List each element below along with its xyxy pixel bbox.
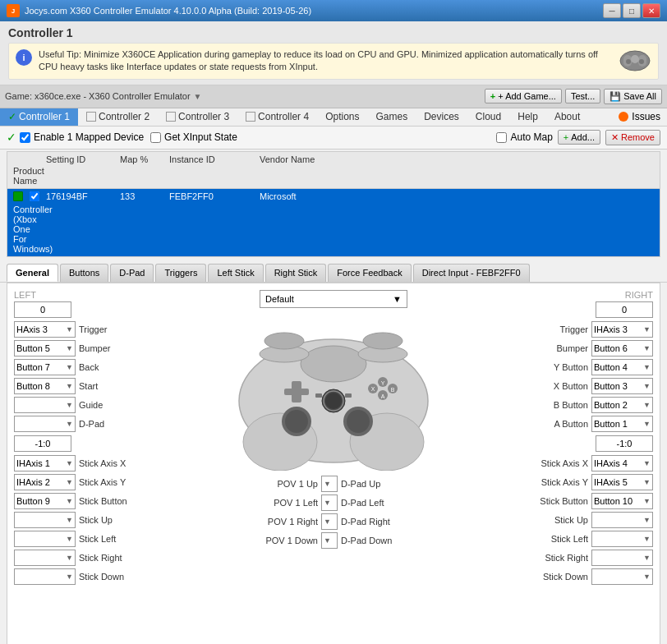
right-stick-right-dropdown[interactable]: ▼ <box>591 550 653 566</box>
left-stick-left-dropdown[interactable]: ▼ <box>14 531 76 547</box>
game-dropdown-arrow[interactable]: ▼ <box>194 92 202 101</box>
maximize-button[interactable]: □ <box>623 3 641 18</box>
enable-mapped-input[interactable] <box>20 132 30 143</box>
pov1-down-value: D-Pad Down <box>341 536 407 545</box>
left-stick-axis-x-dropdown[interactable]: IHAxis 1▼ <box>14 455 76 472</box>
left-stick-right-dropdown[interactable]: ▼ <box>14 550 76 566</box>
svg-text:X: X <box>371 386 375 392</box>
left-bumper-row: Button 5▼ Bumper <box>14 340 178 356</box>
svg-point-5 <box>639 59 644 64</box>
pov1-right-dropdown[interactable]: ▼ <box>321 513 338 530</box>
issues-area: Issues <box>619 111 667 122</box>
right-b-dropdown[interactable]: Button 2▼ <box>591 397 653 413</box>
right-stick-up-dropdown[interactable]: ▼ <box>591 512 653 528</box>
options-label: Options <box>325 111 359 122</box>
default-dropdown[interactable]: Default ▼ <box>260 290 407 308</box>
tab-dpad[interactable]: D-Pad <box>110 264 154 282</box>
device-table-row[interactable]: 176194BF 133 FEBF2FF0 Microsoft Controll… <box>7 189 660 256</box>
menu-controller1[interactable]: ✓ Controller 1 <box>0 108 78 126</box>
left-back-dropdown[interactable]: Button 7▼ <box>14 359 76 375</box>
left-input-value[interactable] <box>14 301 71 318</box>
col-instance-id: Instance ID <box>167 154 257 165</box>
get-xinput-input[interactable] <box>150 132 161 143</box>
right-stick-value[interactable] <box>596 435 653 452</box>
left-stick-axis-y-row: IHAxis 2▼ Stick Axis Y <box>14 474 178 490</box>
menu-devices[interactable]: Devices <box>416 108 467 126</box>
tab-force-feedback[interactable]: Force Feedback <box>328 264 411 282</box>
pov1-down-dropdown[interactable]: ▼ <box>321 532 338 549</box>
auto-map-checkbox[interactable]: Auto Map <box>496 131 552 143</box>
row-map-percent: 133 <box>117 191 167 204</box>
left-stick-value[interactable] <box>14 435 71 452</box>
right-a-dropdown[interactable]: Button 1▼ <box>591 416 653 432</box>
menu-options[interactable]: Options <box>317 108 367 126</box>
save-all-button[interactable]: 💾 Save All <box>604 89 662 104</box>
left-trigger-dropdown[interactable]: HAxis 3▼ <box>14 321 76 338</box>
toolbar: Game: x360ce.exe - X360 Controller Emula… <box>0 85 667 108</box>
add-button[interactable]: + Add... <box>558 130 600 145</box>
menu-cloud[interactable]: Cloud <box>467 108 509 126</box>
row-checkbox[interactable] <box>30 191 39 201</box>
pov1-up-label: POV 1 Up <box>260 479 318 489</box>
menu-help[interactable]: Help <box>509 108 546 126</box>
left-stick-btn-row: Button 9▼ Stick Button <box>14 493 178 509</box>
menu-controller1-label: Controller 1 <box>19 111 70 122</box>
tab-direct-input[interactable]: Direct Input - FEBF2FF0 <box>413 264 530 282</box>
enable-mapped-label: Enable 1 Mapped Device <box>34 131 144 143</box>
auto-map-input[interactable] <box>496 132 507 143</box>
right-bumper-dropdown[interactable]: Button 6▼ <box>591 340 653 356</box>
add-label: Add... <box>571 132 595 142</box>
tab-right-stick[interactable]: Right Stick <box>265 264 327 282</box>
app-title: Jocys.com X360 Controller Emulator 4.10.… <box>25 6 311 16</box>
left-start-dropdown[interactable]: Button 8▼ <box>14 378 76 394</box>
pov1-up-dropdown[interactable]: ▼ <box>321 476 338 492</box>
right-stick-down-dropdown[interactable]: ▼ <box>591 568 653 585</box>
add-game-button[interactable]: + + Add Game... <box>485 89 562 104</box>
pov1-right-row: POV 1 Right ▼ D-Pad Right <box>185 513 482 530</box>
right-stick-left-row: Stick Left ▼ <box>489 531 653 547</box>
right-input-value[interactable] <box>596 301 653 318</box>
save-all-label: Save All <box>623 91 656 101</box>
action-bar: ✓ Enable 1 Mapped Device Get XInput Stat… <box>0 126 667 150</box>
svg-point-21 <box>325 393 342 409</box>
right-stick-btn-dropdown[interactable]: Button 10▼ <box>591 493 653 509</box>
svg-text:Y: Y <box>381 380 385 386</box>
game-label: Game: x360ce.exe - X360 Controller Emula… <box>5 91 191 101</box>
tab-general[interactable]: General <box>7 264 58 282</box>
left-stick-axis-y-dropdown[interactable]: IHAxis 2▼ <box>14 474 76 490</box>
left-guide-dropdown[interactable]: ▼ <box>14 397 76 413</box>
right-stick-axis-x-dropdown[interactable]: IHAxis 4▼ <box>591 455 653 472</box>
center-panel: Default ▼ <box>185 290 482 644</box>
left-stick-up-dropdown[interactable]: ▼ <box>14 512 76 528</box>
menu-games[interactable]: Games <box>367 108 416 126</box>
left-stick-axis-x-row: IHAxis 1▼ Stick Axis X <box>14 455 178 472</box>
row-vendor: Microsoft <box>257 191 656 204</box>
tab-left-stick[interactable]: Left Stick <box>208 264 263 282</box>
right-trigger-dropdown[interactable]: IHAxis 3▼ <box>591 321 653 338</box>
left-bumper-dropdown[interactable]: Button 5▼ <box>14 340 76 356</box>
ctrl3-icon <box>166 112 176 122</box>
left-dpad-dropdown[interactable]: ▼ <box>14 416 76 432</box>
get-xinput-checkbox[interactable]: Get XInput State <box>150 131 237 143</box>
remove-button[interactable]: ✕ Remove <box>605 130 660 145</box>
menu-controller4[interactable]: Controller 4 <box>237 108 317 126</box>
pov1-left-dropdown[interactable]: ▼ <box>321 494 338 511</box>
close-button[interactable]: ✕ <box>642 3 660 18</box>
svg-point-4 <box>626 59 631 64</box>
menu-controller2[interactable]: Controller 2 <box>78 108 158 126</box>
left-stick-btn-dropdown[interactable]: Button 9▼ <box>14 493 76 509</box>
left-stick-down-dropdown[interactable]: ▼ <box>14 568 76 585</box>
issues-label[interactable]: Issues <box>632 111 660 122</box>
tab-triggers[interactable]: Triggers <box>155 264 206 282</box>
right-y-dropdown[interactable]: Button 4▼ <box>591 359 653 375</box>
test-button[interactable]: Test... <box>565 89 600 104</box>
right-x-dropdown[interactable]: Button 3▼ <box>591 378 653 394</box>
right-stick-axis-y-dropdown[interactable]: IHAxis 5▼ <box>591 474 653 490</box>
col-indicator <box>11 154 27 165</box>
enable-mapped-checkbox[interactable]: ✓ Enable 1 Mapped Device <box>7 131 144 144</box>
right-stick-left-dropdown[interactable]: ▼ <box>591 531 653 547</box>
menu-about[interactable]: About <box>546 108 588 126</box>
tab-buttons[interactable]: Buttons <box>60 264 108 282</box>
minimize-button[interactable]: ─ <box>603 3 621 18</box>
menu-controller3[interactable]: Controller 3 <box>158 108 237 126</box>
